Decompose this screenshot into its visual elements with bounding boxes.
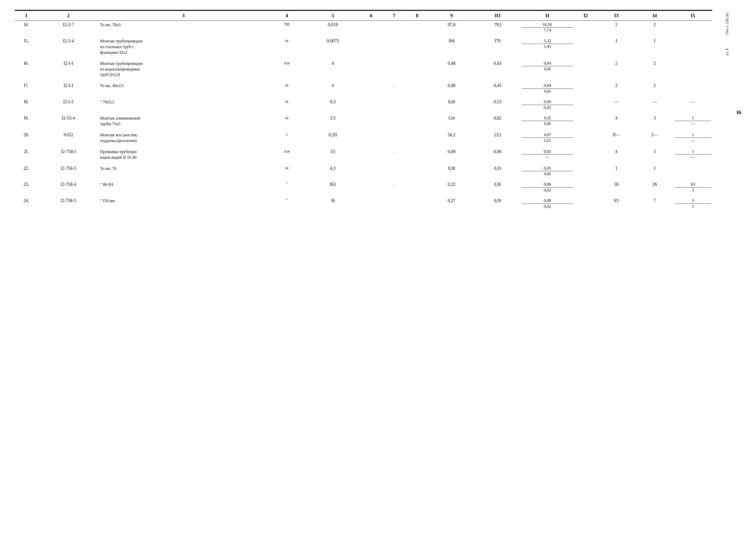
- cell-c15: [674, 37, 712, 57]
- side-label-2: лл V: [725, 48, 729, 56]
- cell-c15: I—: [674, 131, 712, 145]
- cell-qty: 4: [306, 82, 360, 95]
- cell-qty: 36: [306, 196, 360, 211]
- cell-c14: 3: [636, 114, 674, 129]
- cell-unit: ТИ: [268, 21, 306, 34]
- side-label-1: 704-1-195.85: [725, 12, 729, 35]
- cell-num: 23.: [15, 180, 38, 194]
- cell-c13: 2: [597, 21, 636, 34]
- cell-c6: [360, 196, 382, 211]
- cell-c11: 0,080,02: [521, 196, 574, 211]
- cell-code: I2-2-7: [38, 21, 99, 34]
- cell-c11: I4,507,74: [521, 21, 574, 34]
- table-row: 23.I2-758-4" 89-II4"I63.0,220,I60,060,02…: [15, 180, 712, 194]
- cell-c10: 0,06: [475, 148, 521, 162]
- cell-code: I2-53-4: [38, 114, 99, 129]
- cell-c7: [383, 98, 405, 111]
- cell-c15: I—: [674, 148, 712, 162]
- cell-c6: [360, 37, 382, 57]
- cell-code: I2-758-I: [38, 148, 99, 162]
- cell-c14: —: [636, 98, 674, 111]
- cell-c13: I: [597, 164, 636, 178]
- cell-c8: [405, 180, 429, 194]
- cell-c9: I,I4: [429, 114, 475, 129]
- table-container: I 2 3 4 5 6 7 8 9 IO II I2 I3 I4 I5: [15, 10, 712, 213]
- cell-c13: 2: [597, 82, 636, 95]
- cell-c15: [674, 59, 712, 79]
- cell-desc: Промывка трубопро- водов водой ∅ I5-40: [99, 148, 268, 162]
- header-col8: 8: [405, 11, 429, 21]
- cell-c8: [405, 114, 429, 129]
- cell-c14: 7: [636, 196, 674, 211]
- cell-c6: [360, 164, 382, 178]
- cell-c14: I: [636, 37, 674, 57]
- cell-c13: 2: [597, 59, 636, 79]
- header-col14: I4: [636, 11, 674, 21]
- cell-c11: 0,060,02: [521, 98, 574, 111]
- header-col4: 4: [268, 11, 306, 21]
- cell-c9: 50,2: [429, 131, 475, 145]
- cell-desc: Монтаж м/к (мостик, поддоны,крепления): [99, 131, 268, 145]
- cell-c6: [360, 82, 382, 95]
- cell-c10: 0,I6: [475, 180, 521, 194]
- cell-desc: Монтаж трубопроводов из водогазопроводны…: [99, 59, 268, 79]
- cell-c6: [360, 21, 382, 34]
- cell-unit: т: [268, 131, 306, 145]
- cell-desc: То же, 76x3: [99, 21, 268, 34]
- header-col5: 5: [306, 11, 360, 21]
- cell-unit: ш: [268, 82, 306, 95]
- cell-c15: [674, 164, 712, 178]
- cell-c10: 79,I: [475, 21, 521, 34]
- cell-c7: [383, 59, 405, 79]
- cell-qty: 0,3: [306, 98, 360, 111]
- cell-qty: 3,5: [306, 114, 360, 129]
- cell-c6: [360, 131, 382, 145]
- cell-c13: IO: [597, 196, 636, 211]
- cell-c7: [383, 37, 405, 57]
- cell-qty: 4: [306, 59, 360, 79]
- cell-c14: 2: [636, 59, 674, 79]
- cell-c14: 5—: [636, 131, 674, 145]
- cell-c11: 0,02—: [521, 148, 574, 162]
- cell-code: I2-I-2: [38, 98, 99, 111]
- cell-c7: .: [383, 82, 405, 95]
- cell-qty: 0,2II: [306, 131, 360, 145]
- cell-code: I2-758-5: [38, 196, 99, 211]
- cell-c10: 0,43: [475, 59, 521, 79]
- cell-desc: То же, 76: [99, 164, 268, 178]
- cell-num: I9.: [15, 114, 38, 129]
- cell-c11: 0,050,0I: [521, 164, 574, 178]
- cell-c9: I94: [429, 37, 475, 57]
- table-row: 24.I2-758-5" I59 мм"360,270,I90,080,02IO…: [15, 196, 712, 211]
- cell-c15: 3I: [674, 196, 712, 211]
- cell-c8: [405, 148, 429, 162]
- table-row: I5.I2-2-4Монтаж трубопроводов из стальны…: [15, 37, 712, 57]
- cell-num: 20.: [15, 131, 38, 145]
- cell-c12: [574, 37, 597, 57]
- cell-unit: ш: [268, 164, 306, 178]
- cell-c12: [574, 59, 597, 79]
- cell-c12: [574, 164, 597, 178]
- cell-c6: [360, 98, 382, 111]
- cell-c15: IO3: [674, 180, 712, 194]
- table-row: 2I.I2-758-IПромывка трубопро- водов водо…: [15, 148, 712, 162]
- cell-c8: [405, 131, 429, 145]
- cell-c14: I: [636, 164, 674, 178]
- cell-c14: 26: [636, 180, 674, 194]
- cell-c12: [574, 98, 597, 111]
- cell-c12: [574, 196, 597, 211]
- cell-c11: 0,060,02: [521, 180, 574, 194]
- cell-c7: [383, 21, 405, 34]
- cell-unit: п.м: [268, 59, 306, 79]
- cell-c11: 0,040,0I: [521, 59, 574, 79]
- header-col1: I: [15, 11, 38, 21]
- header-col15: I5: [674, 11, 712, 21]
- cell-c7: .: [383, 180, 405, 194]
- cell-unit: п.м: [268, 148, 306, 162]
- table-row: I6.I2-I-IМонтаж трубопроводов из водогаз…: [15, 59, 712, 79]
- cell-c7: [383, 114, 405, 129]
- cell-num: I6.: [15, 59, 38, 79]
- cell-c8: [405, 21, 429, 34]
- cell-c10: 0,I9: [475, 196, 521, 211]
- cell-c13: II—: [597, 131, 636, 145]
